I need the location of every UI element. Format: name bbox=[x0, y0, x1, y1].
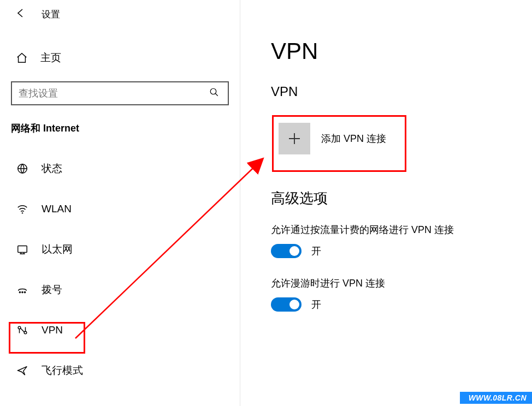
nav-label: 拨号 bbox=[42, 283, 62, 297]
nav-item-vpn[interactable]: VPN bbox=[0, 315, 240, 345]
globe-icon bbox=[15, 163, 29, 175]
back-button[interactable] bbox=[15, 8, 26, 21]
nav-label: 飞行模式 bbox=[42, 363, 83, 378]
page-title: VPN bbox=[271, 38, 532, 64]
wifi-icon bbox=[15, 203, 29, 215]
option-roaming-state: 开 bbox=[311, 298, 321, 311]
plus-icon bbox=[279, 123, 310, 154]
window-title: 设置 bbox=[42, 8, 60, 21]
option-metered-toggle[interactable] bbox=[271, 244, 302, 258]
header: 设置 bbox=[0, 0, 240, 31]
watermark: WWW.08LR.CN bbox=[460, 392, 532, 404]
nav-item-wlan[interactable]: WLAN bbox=[0, 194, 240, 224]
nav-item-status[interactable]: 状态 bbox=[0, 153, 240, 184]
nav-label: 以太网 bbox=[42, 242, 73, 256]
search-box[interactable] bbox=[11, 81, 229, 105]
airplane-icon bbox=[15, 365, 29, 377]
svg-point-4 bbox=[19, 291, 20, 292]
nav-list: 状态 WLAN 以太网 拨号 bbox=[0, 153, 240, 386]
option-roaming-toggle[interactable] bbox=[271, 297, 302, 312]
nav-item-ethernet[interactable]: 以太网 bbox=[0, 234, 240, 265]
content-pane: VPN VPN 添加 VPN 连接 高级选项 允许通过按流量计费的网络进行 VP… bbox=[240, 0, 532, 406]
home-nav[interactable]: 主页 bbox=[0, 45, 240, 70]
add-vpn-button[interactable]: 添加 VPN 连接 bbox=[271, 111, 400, 166]
nav-item-airplane[interactable]: 飞行模式 bbox=[0, 355, 240, 386]
svg-point-6 bbox=[24, 291, 25, 292]
svg-point-2 bbox=[22, 212, 23, 213]
home-icon bbox=[15, 52, 28, 64]
nav-label: VPN bbox=[42, 324, 63, 336]
section-heading: 网络和 Internet bbox=[0, 122, 240, 135]
search-input[interactable] bbox=[19, 88, 206, 99]
advanced-heading: 高级选项 bbox=[271, 189, 532, 208]
ethernet-icon bbox=[15, 243, 29, 255]
nav-label: 状态 bbox=[42, 162, 62, 176]
nav-label: WLAN bbox=[42, 203, 72, 215]
sidebar: 设置 主页 网络和 Internet 状态 bbox=[0, 0, 240, 406]
svg-rect-3 bbox=[18, 246, 27, 253]
home-label: 主页 bbox=[40, 51, 61, 65]
svg-point-0 bbox=[210, 88, 216, 94]
add-vpn-label: 添加 VPN 连接 bbox=[321, 132, 386, 145]
option-metered-state: 开 bbox=[311, 244, 321, 258]
nav-item-dialup[interactable]: 拨号 bbox=[0, 274, 240, 305]
vpn-icon bbox=[15, 324, 29, 336]
svg-point-5 bbox=[22, 291, 23, 292]
option-roaming-label: 允许漫游时进行 VPN 连接 bbox=[271, 277, 532, 290]
search-icon[interactable] bbox=[206, 87, 222, 100]
option-metered-label: 允许通过按流量计费的网络进行 VPN 连接 bbox=[271, 223, 532, 236]
dialup-icon bbox=[15, 284, 29, 296]
vpn-subheading: VPN bbox=[271, 84, 532, 99]
